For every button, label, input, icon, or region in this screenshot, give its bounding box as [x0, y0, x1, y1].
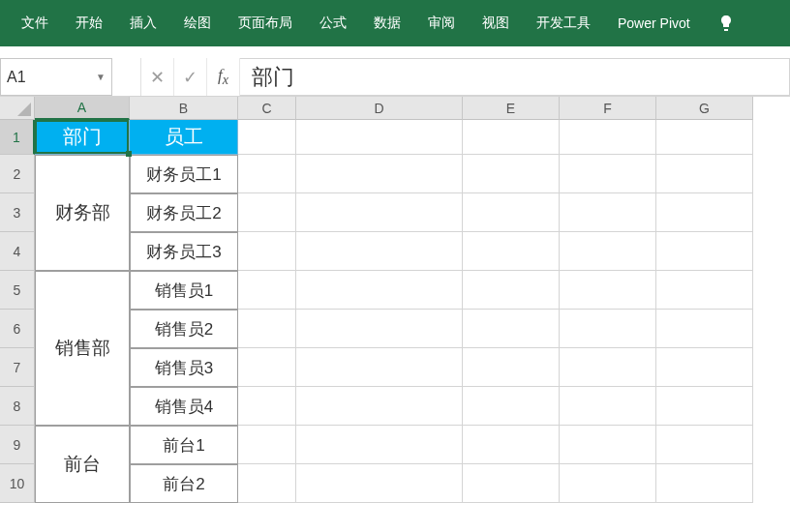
cell[interactable]: [238, 271, 296, 310]
row-header[interactable]: 3: [0, 193, 35, 232]
cell[interactable]: [238, 155, 296, 193]
cell[interactable]: [560, 271, 656, 310]
formula-bar-input[interactable]: 部门: [240, 58, 790, 96]
name-box-dropdown-icon[interactable]: ▼: [96, 72, 106, 82]
cells-area[interactable]: 部门员工财务部财务员工1财务员工2财务员工3销售部销售员1销售员2销售员3销售员…: [35, 120, 790, 532]
dept-cell[interactable]: 财务部: [35, 155, 130, 271]
cell[interactable]: [463, 155, 560, 193]
cell[interactable]: [463, 193, 560, 232]
cell[interactable]: [656, 232, 753, 271]
cell[interactable]: [463, 120, 560, 155]
ribbon-tab[interactable]: 审阅: [414, 0, 469, 46]
row-header[interactable]: 4: [0, 232, 35, 271]
cell[interactable]: [296, 348, 463, 387]
ribbon-tab[interactable]: 视图: [469, 0, 523, 46]
cell[interactable]: [238, 120, 296, 155]
employee-cell[interactable]: 前台1: [130, 426, 238, 464]
cell[interactable]: [656, 120, 753, 155]
cell[interactable]: [656, 464, 753, 503]
column-header[interactable]: D: [296, 97, 463, 120]
cell[interactable]: [656, 348, 753, 387]
cell[interactable]: [560, 120, 656, 155]
cell[interactable]: [238, 193, 296, 232]
cell[interactable]: [463, 348, 560, 387]
cell[interactable]: [656, 193, 753, 232]
row-header[interactable]: 10: [0, 464, 35, 503]
cell[interactable]: [463, 232, 560, 271]
cell[interactable]: [238, 387, 296, 426]
cell[interactable]: [238, 348, 296, 387]
employee-cell[interactable]: 财务员工2: [130, 193, 238, 232]
row-header[interactable]: 1: [0, 120, 35, 155]
cell[interactable]: [296, 387, 463, 426]
cell[interactable]: [238, 426, 296, 464]
cell[interactable]: [656, 426, 753, 464]
dept-cell[interactable]: 销售部: [35, 271, 130, 426]
cell[interactable]: [656, 310, 753, 348]
employee-cell[interactable]: 销售员1: [130, 271, 238, 310]
cell[interactable]: [296, 271, 463, 310]
column-header[interactable]: F: [560, 97, 656, 120]
row-header[interactable]: 7: [0, 348, 35, 387]
ribbon-tab[interactable]: 文件: [8, 0, 62, 46]
cell[interactable]: [560, 426, 656, 464]
insert-function-button[interactable]: fx: [207, 58, 240, 96]
cell[interactable]: [560, 232, 656, 271]
table-header-cell[interactable]: 员工: [130, 120, 238, 155]
ribbon-tab[interactable]: 数据: [360, 0, 414, 46]
cell[interactable]: [463, 310, 560, 348]
cell[interactable]: [656, 155, 753, 193]
select-all-corner[interactable]: [0, 97, 35, 120]
column-header[interactable]: G: [656, 97, 753, 120]
cell[interactable]: [238, 310, 296, 348]
ribbon-tab[interactable]: 开始: [62, 0, 116, 46]
column-header[interactable]: A: [35, 97, 130, 120]
employee-cell[interactable]: 财务员工3: [130, 232, 238, 271]
fill-handle[interactable]: [126, 151, 132, 157]
ribbon-tab[interactable]: Power Pivot: [604, 0, 704, 46]
cell[interactable]: [296, 310, 463, 348]
dept-cell[interactable]: 前台: [35, 426, 130, 503]
cell[interactable]: [296, 193, 463, 232]
employee-cell[interactable]: 销售员2: [130, 310, 238, 348]
table-header-cell[interactable]: 部门: [35, 120, 130, 155]
row-header[interactable]: 9: [0, 426, 35, 464]
cell[interactable]: [560, 193, 656, 232]
cell[interactable]: [296, 155, 463, 193]
cell[interactable]: [560, 348, 656, 387]
ribbon-tab[interactable]: 插入: [116, 0, 170, 46]
employee-cell[interactable]: 前台2: [130, 464, 238, 503]
ribbon-tab[interactable]: 公式: [306, 0, 360, 46]
employee-cell[interactable]: 销售员3: [130, 348, 238, 387]
employee-cell[interactable]: 销售员4: [130, 387, 238, 426]
cell[interactable]: [463, 464, 560, 503]
column-header[interactable]: C: [238, 97, 296, 120]
cell[interactable]: [238, 464, 296, 503]
row-header[interactable]: 6: [0, 310, 35, 348]
cell[interactable]: [238, 232, 296, 271]
cell[interactable]: [560, 310, 656, 348]
cell[interactable]: [463, 271, 560, 310]
column-header[interactable]: E: [463, 97, 560, 120]
ribbon-tab[interactable]: 开发工具: [523, 0, 604, 46]
employee-cell[interactable]: 财务员工1: [130, 155, 238, 193]
cell[interactable]: [463, 387, 560, 426]
row-header[interactable]: 8: [0, 387, 35, 426]
cell[interactable]: [463, 426, 560, 464]
tell-me-button[interactable]: [704, 15, 737, 32]
cell[interactable]: [296, 464, 463, 503]
column-header[interactable]: B: [130, 97, 238, 120]
cell[interactable]: [560, 387, 656, 426]
cell[interactable]: [656, 387, 753, 426]
row-header[interactable]: 2: [0, 155, 35, 193]
cell[interactable]: [560, 155, 656, 193]
cell[interactable]: [296, 426, 463, 464]
ribbon-tab[interactable]: 绘图: [170, 0, 225, 46]
cell[interactable]: [296, 120, 463, 155]
ribbon-tab[interactable]: 页面布局: [225, 0, 306, 46]
cancel-formula-button[interactable]: ✕: [141, 58, 174, 96]
enter-formula-button[interactable]: ✓: [174, 58, 207, 96]
cell[interactable]: [560, 464, 656, 503]
cell[interactable]: [656, 271, 753, 310]
row-header[interactable]: 5: [0, 271, 35, 310]
